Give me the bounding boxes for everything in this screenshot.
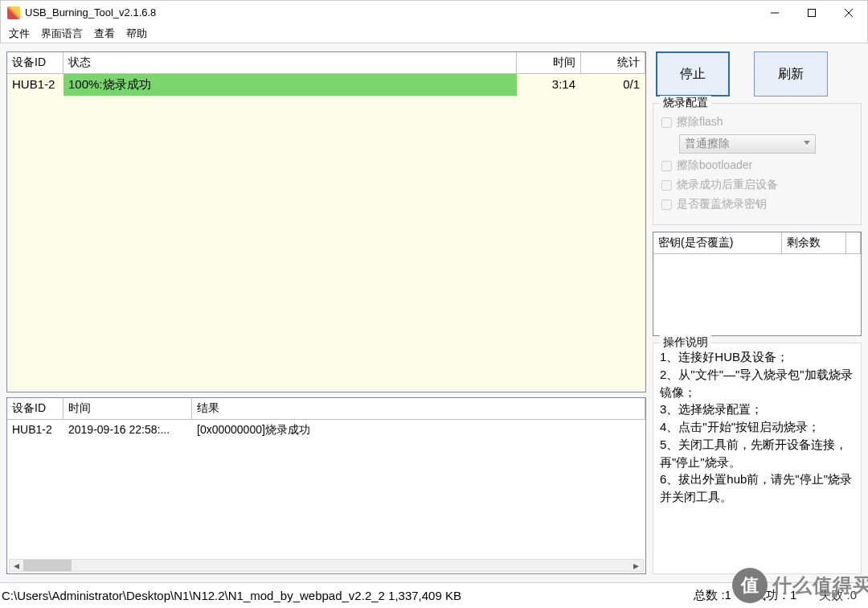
- instruction-line: 6、拔出外置hub前，请先"停止"烧录并关闭工具。: [660, 470, 854, 506]
- titlebar: USB_Burning_Tool_v2.1.6.8: [0, 0, 868, 24]
- close-button[interactable]: [830, 1, 867, 25]
- instruction-line: 2、从"文件"—"导入烧录包"加载烧录镜像；: [660, 366, 854, 401]
- col-device-id[interactable]: 设备ID: [7, 52, 63, 74]
- instructions-legend: 操作说明: [660, 335, 711, 350]
- config-legend: 烧录配置: [660, 96, 711, 110]
- scroll-thumb[interactable]: [23, 560, 72, 571]
- reboot-after-label: 烧录成功后重启设备: [677, 178, 778, 192]
- scroll-left-icon[interactable]: ◂: [10, 560, 23, 571]
- erase-mode-value: 普通擦除: [685, 137, 730, 151]
- device-row[interactable]: HUB1-2 100%:烧录成功 3:14 0/1: [7, 74, 645, 96]
- log-table: 设备ID 时间 结果 HUB1-2 2019-09-16 22:58:... […: [6, 397, 646, 574]
- refresh-button[interactable]: 刷新: [754, 51, 828, 97]
- instruction-line: 1、连接好HUB及设备；: [660, 348, 854, 366]
- app-icon: [7, 6, 20, 19]
- maximize-button[interactable]: [793, 1, 830, 25]
- device-id-cell: HUB1-2: [7, 74, 63, 96]
- col-status[interactable]: 状态: [63, 52, 517, 74]
- overwrite-key-checkbox[interactable]: [661, 199, 672, 210]
- window-title: USB_Burning_Tool_v2.1.6.8: [25, 6, 756, 18]
- instruction-line: 3、选择烧录配置；: [660, 401, 854, 418]
- status-path: C:\Users\Administrator\Desktop\N1\N12.2\…: [2, 589, 682, 602]
- instruction-line: 4、点击"开始"按钮启动烧录；: [660, 418, 854, 436]
- menu-file[interactable]: 文件: [9, 27, 30, 41]
- log-col-time[interactable]: 时间: [63, 398, 192, 420]
- erase-bootloader-label: 擦除bootloader: [677, 158, 752, 173]
- menu-view[interactable]: 查看: [94, 27, 115, 41]
- instructions-group: 操作说明 1、连接好HUB及设备； 2、从"文件"—"导入烧录包"加载烧录镜像；…: [653, 343, 862, 574]
- erase-bootloader-checkbox[interactable]: [661, 161, 672, 171]
- device-time-cell: 3:14: [517, 74, 581, 96]
- instruction-line: 5、关闭工具前，先断开设备连接，再"停止"烧录。: [660, 436, 854, 471]
- erase-mode-dropdown[interactable]: 普通擦除: [679, 134, 816, 154]
- device-status-cell: 100%:烧录成功: [63, 74, 517, 96]
- overwrite-key-label: 是否覆盖烧录密钥: [677, 197, 767, 212]
- col-stat[interactable]: 统计: [581, 52, 645, 74]
- menu-help[interactable]: 帮助: [126, 27, 147, 41]
- status-success: 成功：1: [743, 588, 808, 603]
- erase-flash-label: 擦除flash: [677, 115, 723, 129]
- key-col-spacer: [846, 232, 861, 254]
- log-result-cell: [0x00000000]烧录成功: [192, 420, 645, 441]
- reboot-after-checkbox[interactable]: [661, 180, 672, 191]
- device-table: 设备ID 状态 时间 统计 HUB1-2 100%:烧录成功 3:14 0/1: [6, 51, 646, 392]
- horizontal-scrollbar[interactable]: ◂ ▸: [9, 559, 644, 572]
- svg-rect-0: [809, 9, 816, 16]
- key-col-b[interactable]: 剩余数: [782, 232, 846, 254]
- chevron-down-icon: [804, 141, 810, 145]
- statusbar: C:\Users\Administrator\Desktop\N1\N12.2\…: [0, 582, 868, 608]
- erase-flash-checkbox[interactable]: [661, 117, 672, 128]
- log-col-id[interactable]: 设备ID: [7, 398, 63, 420]
- log-row[interactable]: HUB1-2 2019-09-16 22:58:... [0x00000000]…: [7, 420, 645, 441]
- menubar: 文件 界面语言 查看 帮助: [0, 24, 868, 43]
- key-col-a[interactable]: 密钥(是否覆盖): [653, 232, 782, 254]
- log-id-cell: HUB1-2: [7, 420, 63, 441]
- log-col-result[interactable]: 结果: [192, 398, 645, 420]
- status-total: 总数 :1: [682, 588, 743, 603]
- stop-button[interactable]: 停止: [656, 51, 730, 97]
- scroll-right-icon[interactable]: ▸: [629, 560, 643, 571]
- key-table: 密钥(是否覆盖) 剩余数: [653, 232, 862, 336]
- log-time-cell: 2019-09-16 22:58:...: [63, 420, 192, 441]
- menu-lang[interactable]: 界面语言: [41, 27, 83, 41]
- device-stat-cell: 0/1: [581, 74, 645, 96]
- burn-config-group: 烧录配置 擦除flash 普通擦除 擦除bootloader 烧录成功后重启设备…: [653, 103, 862, 225]
- status-fail: 失败 :0: [808, 588, 868, 603]
- col-time[interactable]: 时间: [517, 52, 581, 74]
- minimize-button[interactable]: [756, 1, 793, 25]
